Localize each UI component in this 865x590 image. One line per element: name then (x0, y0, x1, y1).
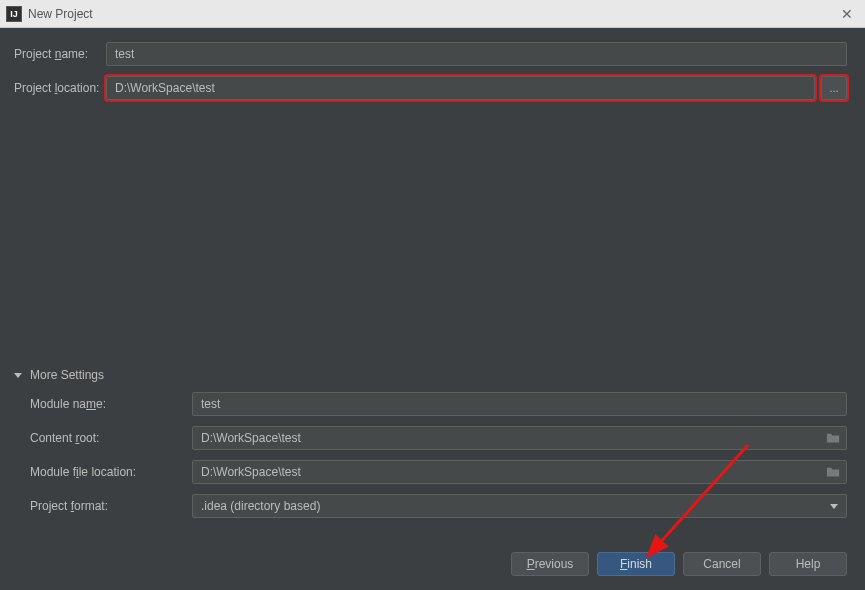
module-file-label: Module file location: (30, 465, 192, 479)
titlebar: IJ New Project ✕ (0, 0, 865, 28)
content-root-field[interactable] (192, 426, 847, 450)
project-format-label: Project format: (30, 499, 192, 513)
project-format-value: .idea (directory based) (201, 499, 320, 513)
chevron-down-icon (830, 504, 838, 509)
module-file-field[interactable] (192, 460, 847, 484)
module-name-row: Module name: (30, 392, 847, 416)
more-settings-toggle[interactable]: More Settings (14, 368, 847, 382)
module-file-input[interactable] (201, 465, 838, 479)
cancel-button[interactable]: Cancel (683, 552, 761, 576)
project-name-row: Project name: (14, 42, 847, 66)
module-name-label: Module name: (30, 397, 192, 411)
project-name-input[interactable] (115, 47, 838, 61)
project-name-label: Project name: (14, 47, 106, 61)
module-name-input[interactable] (201, 397, 838, 411)
project-format-row: Project format: .idea (directory based) (30, 494, 847, 518)
button-row: Previous Finish Cancel Help (511, 552, 847, 576)
help-button[interactable]: Help (769, 552, 847, 576)
more-settings-label: More Settings (30, 368, 104, 382)
content-root-input[interactable] (201, 431, 838, 445)
window-title: New Project (28, 7, 93, 21)
project-location-field[interactable] (106, 76, 815, 100)
app-icon: IJ (6, 6, 22, 22)
project-location-browse-button[interactable]: ... (821, 76, 847, 100)
project-format-dropdown[interactable]: .idea (directory based) (192, 494, 847, 518)
expand-arrow-icon (14, 373, 22, 378)
content-root-row: Content root: (30, 426, 847, 450)
close-button[interactable]: ✕ (837, 4, 857, 24)
project-location-input[interactable] (115, 81, 806, 95)
folder-icon[interactable] (826, 431, 840, 445)
project-name-field[interactable] (106, 42, 847, 66)
module-file-row: Module file location: (30, 460, 847, 484)
finish-button[interactable]: Finish (597, 552, 675, 576)
content-root-label: Content root: (30, 431, 192, 445)
project-location-row: Project location: ... (14, 76, 847, 100)
previous-button[interactable]: Previous (511, 552, 589, 576)
project-location-label: Project location: (14, 81, 106, 95)
module-name-field[interactable] (192, 392, 847, 416)
folder-icon[interactable] (826, 465, 840, 479)
